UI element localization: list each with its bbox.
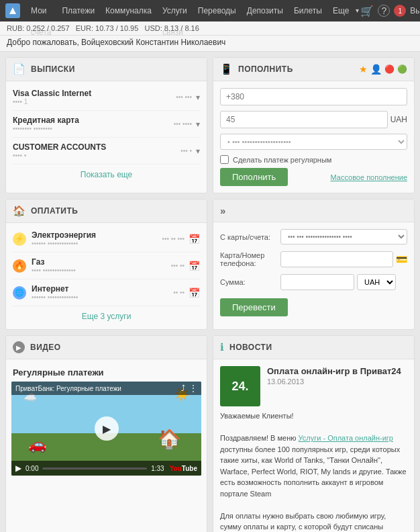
topup-flag1-icon[interactable]: 🔴 — [384, 64, 395, 74]
video-play-button[interactable]: ▶ — [95, 416, 119, 441]
statement-expand-icon[interactable]: ▾ — [196, 146, 200, 156]
transfer-body: С карты/счета: ••• ••• ••••••••••••••• •… — [213, 222, 414, 323]
help-icon[interactable]: ? — [378, 5, 390, 17]
news-link[interactable]: Услуги - Оплата онлайн-игр — [299, 434, 393, 442]
pay-item-name: Интернет — [32, 284, 173, 294]
transfer-button[interactable]: Перевести — [220, 298, 288, 316]
pay-calendar-icon[interactable]: 📅 — [189, 287, 200, 298]
video-house-icon: 🏠 — [158, 428, 181, 450]
phone-input[interactable] — [220, 88, 407, 105]
statement-expand-icon[interactable]: ▾ — [196, 93, 200, 102]
video-container[interactable]: ☀️ ☁️ 🏠 🚗 ПриватБанк: Регулярные платежи… — [11, 382, 201, 476]
nav-more-arrow-icon[interactable]: ▾ — [354, 0, 360, 21]
show-more-statements[interactable]: Показать еще — [13, 165, 200, 185]
transfer-from-row: С карты/счета: ••• ••• ••••••••••••••• •… — [220, 229, 407, 245]
video-progress-bar[interactable] — [42, 468, 147, 470]
video-play-ctrl-icon[interactable]: ▶ — [15, 463, 21, 473]
transfer-card-icon: 💳 — [396, 254, 407, 265]
news-img-label: 24. — [231, 380, 248, 394]
nav-item-accounts[interactable]: Мои счета — [25, 0, 56, 21]
statements-panel: 📄 ВЫПИСКИ Visa Classic Internet •••• 1 •… — [5, 57, 207, 193]
video-controls: ▶ 0:00 1:33 YouTube — [11, 461, 201, 476]
pay-item-gas-icon: 🔥 — [13, 259, 26, 273]
pay-item-electricity-icon: ⚡ — [13, 232, 26, 246]
video-channel-label: ПриватБанк: Регулярные платежи — [15, 385, 121, 392]
pay-panel: 🏠 ОПЛАТИТЬ ⚡ Электроэнергия •••••• •••••… — [5, 199, 207, 330]
pay-item-amount: ••• •• ••• — [162, 235, 185, 242]
statement-info: CUSTOMER ACCOUNTS •••• • — [13, 142, 180, 159]
eur-rate: EUR: 10.73 / 10.95 — [76, 24, 139, 32]
statement-expand-icon[interactable]: ▾ — [196, 120, 200, 129]
transfer-currency-select[interactable]: UAH — [357, 274, 396, 290]
nav-item-telecom[interactable]: Услуги связи — [157, 0, 193, 21]
nav-item-utilities[interactable]: Коммуналка — [100, 0, 157, 21]
template-select[interactable]: • ••• ••••••••••••••••••• — [220, 134, 407, 150]
video-share-icon[interactable]: ⤴ — [181, 384, 185, 393]
topup-button[interactable]: Пополнить — [220, 168, 288, 186]
news-header-row: 24. Оплата онлайн-игр в Приват24 13.06.2… — [220, 366, 407, 406]
statement-name: Visa Classic Internet — [13, 89, 176, 98]
top-nav: Мои счета Платежи Коммуналка Услуги связ… — [0, 0, 420, 21]
statement-amount: ••• ••• — [176, 93, 192, 101]
transfer-sum-label: Сумма: — [220, 278, 280, 286]
pay-home-icon: 🏠 — [13, 205, 25, 217]
transfer-to-label: Карта/Номер телефона: — [220, 251, 280, 267]
topup-panel-header: 📱 ПОПОЛНИТЬ ★ 👤 🔴 🟢 — [213, 58, 414, 81]
news-title: НОВОСТИ — [229, 343, 272, 352]
transfer-sum-input[interactable] — [280, 274, 354, 290]
statements-icon: 📄 — [13, 63, 25, 75]
more-services-link[interactable]: Еще 3 услуги — [13, 306, 200, 326]
pay-item-electricity-info: Электроэнергия •••••• ••••••••••••• — [32, 230, 162, 247]
topup-star-icon[interactable]: ★ — [359, 64, 368, 75]
statement-item-customer[interactable]: CUSTOMER ACCOUNTS •••• • ••• • ▾ — [13, 138, 200, 165]
video-time-current: 0:00 — [25, 465, 38, 472]
pay-item-electricity[interactable]: ⚡ Электроэнергия •••••• ••••••••••••• ••… — [13, 226, 200, 253]
phone-field-row — [220, 88, 407, 105]
pay-calendar-icon[interactable]: 📅 — [189, 234, 200, 245]
statement-num: •••••••• •••••••• — [13, 125, 174, 132]
svg-marker-0 — [9, 7, 16, 14]
pay-item-amount: ••• •• — [171, 262, 185, 269]
exit-button[interactable]: Выход — [410, 6, 420, 15]
nav-item-more[interactable]: Еще — [327, 0, 354, 21]
transfer-to-input[interactable] — [280, 251, 393, 267]
video-panel: ▶ ВИДЕО Регулярные платежи ☀️ ☁️ 🏠 🚗 При… — [5, 335, 207, 532]
topup-person-icon[interactable]: 👤 — [370, 64, 382, 75]
topup-flag2-icon[interactable]: 🟢 — [397, 64, 407, 74]
amount-field-row: UAH — [220, 111, 407, 128]
pay-item-gas-info: Газ •••• •••••••••••••• — [32, 257, 171, 274]
mass-topup-link[interactable]: Массовое пополнение — [330, 173, 407, 181]
statement-num: •••• 1 — [13, 98, 176, 105]
pay-item-internet[interactable]: 🌐 Интернет •••••• ••••••••••••• •• •• 📅 — [13, 279, 200, 306]
pay-body: ⚡ Электроэнергия •••••• ••••••••••••• ••… — [6, 223, 207, 329]
pay-item-internet-icon: 🌐 — [13, 286, 26, 300]
notification-badge[interactable]: 1 — [394, 5, 406, 17]
statement-amount: ••• •••• — [174, 120, 192, 128]
regular-payment-row: Сделать платеж регулярным — [220, 155, 407, 164]
nav-logo[interactable] — [5, 3, 20, 18]
nav-items: Мои счета Платежи Коммуналка Услуги связ… — [25, 0, 360, 21]
nav-item-tickets[interactable]: Билеты — [288, 0, 327, 21]
pay-item-gas[interactable]: 🔥 Газ •••• •••••••••••••• ••• •• 📅 — [13, 253, 200, 279]
statement-info: Visa Classic Internet •••• 1 — [13, 89, 176, 105]
statement-item-visa[interactable]: Visa Classic Internet •••• 1 ••• ••• ▾ — [13, 84, 200, 111]
regular-payment-checkbox[interactable] — [220, 155, 229, 164]
news-meta: Оплата онлайн-игр в Приват24 13.06.2013 — [267, 366, 401, 386]
news-panel: ℹ НОВОСТИ 24. Оплата онлайн-игр в Приват… — [213, 335, 415, 532]
video-panel-header: ▶ ВИДЕО — [6, 336, 207, 359]
pay-calendar-icon[interactable]: 📅 — [189, 261, 200, 271]
nav-item-transfers[interactable]: Переводы — [193, 0, 242, 21]
transfer-from-select[interactable]: ••• ••• ••••••••••••••• •••• — [280, 229, 407, 245]
statement-item-credit[interactable]: Кредитная карта •••••••• •••••••• ••• ••… — [13, 111, 200, 138]
rates-bar: RUB: 0.252 / 0.257 EUR: 10.73 / 10.95 US… — [0, 21, 420, 36]
nav-item-deposits[interactable]: Депозиты — [242, 0, 288, 21]
rub-rate: RUB: 0.252 / 0.257 — [7, 24, 70, 32]
amount-input[interactable] — [220, 111, 388, 128]
transfer-footer: Перевести — [220, 298, 407, 316]
pay-item-amount: •• •• — [173, 289, 185, 296]
nav-item-payments[interactable]: Платежи — [56, 0, 100, 21]
statements-panel-header: 📄 ВЫПИСКИ — [6, 58, 207, 81]
video-more-icon[interactable]: ⋮ — [189, 384, 197, 393]
cart-icon[interactable]: 🛒 — [360, 5, 374, 17]
pay-item-name: Электроэнергия — [32, 230, 162, 240]
